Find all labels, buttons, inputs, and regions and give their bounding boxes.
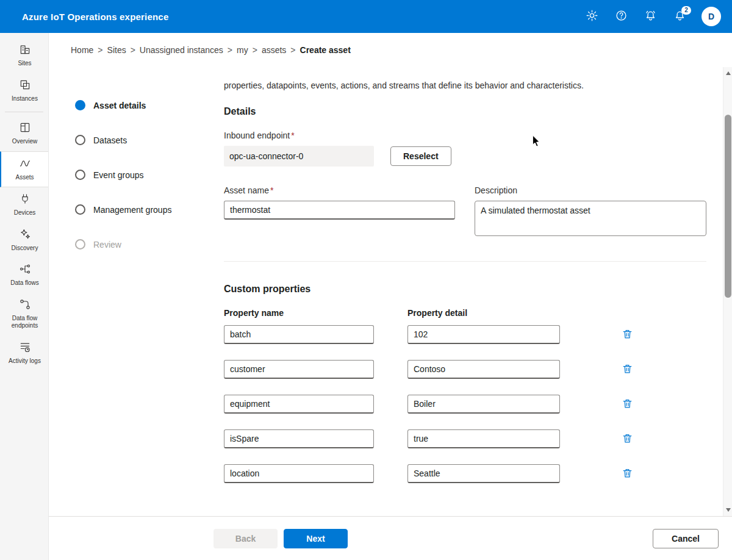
trash-icon — [622, 433, 633, 446]
property-name-column-header: Property name — [224, 308, 374, 318]
delete-property-button[interactable] — [619, 397, 635, 412]
app-title: Azure IoT Operations experience — [22, 12, 168, 22]
property-detail-column-header: Property detail — [407, 308, 560, 318]
property-row — [224, 429, 707, 448]
property-name-input[interactable] — [224, 325, 374, 344]
delete-property-button[interactable] — [619, 327, 635, 343]
alarm-bell-icon — [644, 9, 657, 24]
step-indicator — [75, 239, 85, 249]
property-detail-input[interactable] — [407, 429, 560, 448]
property-name-input[interactable] — [224, 464, 374, 483]
step-asset-details[interactable]: Asset details — [75, 88, 199, 123]
property-detail-input[interactable] — [407, 360, 560, 379]
required-marker: * — [291, 131, 294, 140]
discovery-icon — [19, 228, 31, 242]
rail-item-label: Discovery — [12, 245, 38, 253]
app-window: Azure IoT Operations experience — [0, 0, 732, 560]
breadcrumb-my[interactable]: my — [237, 45, 248, 55]
activity-logs-icon — [19, 341, 31, 355]
back-button[interactable]: Back — [214, 529, 278, 548]
intro-text: properties, datapoints, events, actions,… — [224, 81, 707, 90]
details-heading: Details — [224, 106, 707, 117]
wizard-footer: Back Next Cancel — [49, 516, 732, 560]
property-name-input[interactable] — [224, 395, 374, 414]
breadcrumb-sites[interactable]: Sites — [107, 45, 126, 55]
rail-item-devices[interactable]: Devices — [0, 187, 48, 223]
step-indicator — [75, 170, 85, 180]
rail-item-instances[interactable]: Instances — [0, 73, 48, 109]
property-row — [224, 395, 707, 414]
notifications-button[interactable]: 2 — [667, 4, 692, 29]
breadcrumb-home[interactable]: Home — [71, 45, 93, 55]
step-event-groups[interactable]: Event groups — [75, 157, 199, 192]
property-name-input[interactable] — [224, 429, 374, 448]
alert-button[interactable] — [638, 4, 662, 29]
property-row — [224, 360, 707, 379]
scrollbar-thumb[interactable] — [725, 115, 731, 298]
trash-icon — [622, 363, 633, 376]
scrollbar-up-arrow[interactable] — [723, 68, 732, 78]
required-marker: * — [270, 185, 273, 195]
devices-icon — [19, 193, 31, 207]
asset-name-input[interactable] — [224, 201, 455, 220]
breadcrumb-separator: > — [253, 45, 257, 55]
inbound-endpoint-input[interactable] — [224, 146, 374, 167]
property-name-input[interactable] — [224, 360, 374, 379]
cancel-button[interactable]: Cancel — [653, 529, 719, 548]
inbound-endpoint-label: Inbound endpoint* — [224, 131, 707, 140]
property-detail-input[interactable] — [407, 395, 560, 414]
settings-button[interactable] — [580, 4, 604, 29]
description-textarea[interactable]: A simulated thermostat asset — [475, 201, 706, 236]
sites-icon — [19, 43, 31, 57]
step-indicator — [75, 204, 85, 215]
rail-item-overview[interactable]: Overview — [0, 116, 48, 151]
help-button[interactable] — [609, 4, 633, 29]
breadcrumb-separator: > — [98, 45, 102, 55]
property-detail-input[interactable] — [407, 325, 560, 344]
delete-property-button[interactable] — [619, 466, 635, 482]
property-row — [224, 464, 707, 483]
step-label: Datasets — [93, 135, 127, 145]
rail-item-sites[interactable]: Sites — [0, 38, 48, 73]
delete-property-button[interactable] — [619, 431, 635, 447]
rail-item-label: Instances — [12, 95, 38, 103]
rail-item-data-flow-endpoints[interactable]: Data flow endpoints — [0, 293, 48, 336]
step-management-groups[interactable]: Management groups — [75, 192, 199, 227]
rail-item-label: Devices — [14, 209, 36, 217]
instances-icon — [19, 79, 31, 93]
rail-item-label: Assets — [15, 174, 34, 182]
data-flow-endpoints-icon — [19, 298, 31, 312]
step-review[interactable]: Review — [75, 227, 199, 262]
property-row — [224, 325, 707, 344]
delete-property-button[interactable] — [619, 362, 635, 378]
breadcrumb-unassigned-instances[interactable]: Unassigned instances — [140, 45, 223, 55]
custom-properties-heading: Custom properties — [224, 284, 707, 295]
assets-icon — [19, 157, 31, 171]
rail-item-label: Overview — [12, 138, 38, 146]
rail-item-data-flows[interactable]: Data flows — [0, 257, 48, 293]
next-button[interactable]: Next — [284, 529, 348, 548]
rail-item-discovery[interactable]: Discovery — [0, 223, 48, 258]
property-detail-input[interactable] — [407, 464, 560, 483]
breadcrumb-separator: > — [290, 45, 295, 55]
topbar-actions: 2 D — [580, 4, 721, 29]
step-indicator-filled — [75, 100, 85, 110]
breadcrumb-separator: > — [131, 45, 135, 55]
reselect-button[interactable]: Reselect — [390, 146, 451, 166]
rail-item-activity-logs[interactable]: Activity logs — [0, 336, 48, 371]
avatar[interactable]: D — [702, 7, 721, 26]
trash-icon — [622, 467, 633, 481]
scrollbar-down-arrow[interactable] — [723, 505, 732, 515]
rail-item-assets[interactable]: Assets — [0, 151, 48, 188]
rail-divider — [5, 112, 43, 112]
breadcrumb-separator: > — [228, 45, 232, 55]
content-area: properties, datapoints, events, actions,… — [199, 67, 732, 516]
breadcrumb: Home > Sites > Unassigned instances > my… — [49, 33, 732, 67]
step-datasets[interactable]: Datasets — [75, 123, 199, 157]
breadcrumb-assets[interactable]: assets — [262, 45, 286, 55]
step-label: Management groups — [93, 205, 171, 215]
description-label: Description — [475, 185, 706, 195]
avatar-initial: D — [708, 12, 714, 21]
overview-icon — [19, 121, 31, 135]
wizard-steps: Asset details Datasets Event groups Mana… — [49, 67, 199, 516]
